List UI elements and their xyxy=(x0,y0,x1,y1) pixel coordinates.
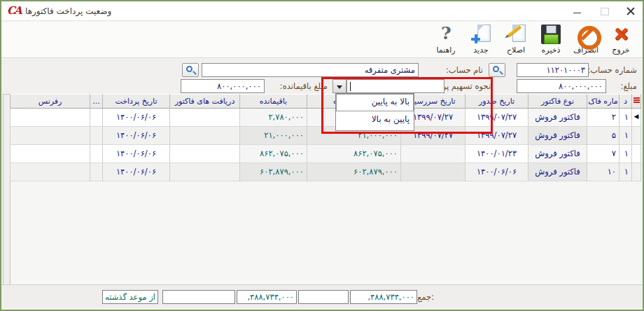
invoice-grid: د ماره فاک نوع فاکتور تاریخ صدور تاریخ س… xyxy=(10,94,641,181)
dropdown-option-bottom-to-top[interactable]: پایین به بالا xyxy=(336,111,414,129)
edit-icon xyxy=(506,25,526,44)
minimize-button[interactable] xyxy=(570,4,585,18)
column-header-invoice-receipts[interactable]: دریافت های فاکتور xyxy=(169,94,239,109)
empty-total-box xyxy=(298,290,349,304)
column-header-row-count[interactable]: د xyxy=(619,94,631,109)
app-window: CA وضعیت پرداخت فاکتورها خروج انصراف ذخی… xyxy=(0,0,644,311)
paid-total-box: ,۴۸۸,۷۳۴,۰۰۰ xyxy=(350,290,417,304)
new-button[interactable]: جدید xyxy=(463,24,498,57)
record-indicator-icon xyxy=(634,97,640,104)
remaining-total-box: ,۴۸۸,۷۳۴,۰۰۰ xyxy=(237,290,297,304)
search-icon xyxy=(493,66,499,72)
allocation-dropdown-button[interactable] xyxy=(332,79,346,93)
save-button-label: ذخیره xyxy=(542,46,561,55)
column-header-invoice-type[interactable]: نوع فاکتور xyxy=(528,94,587,109)
save-button[interactable]: ذخیره xyxy=(533,24,568,57)
allocation-dropdown-list: بالا به پایین پایین به بالا xyxy=(335,93,414,131)
account-number-search-button[interactable] xyxy=(489,63,505,77)
title-bar: CA وضعیت پرداخت فاکتورها xyxy=(1,1,643,21)
account-name-search-button[interactable] xyxy=(182,63,199,77)
allocation-method-combobox[interactable] xyxy=(346,79,444,93)
remaining-amount-field[interactable]: ۸۰۰,۰۰۰,۰۰۰ xyxy=(181,79,265,93)
new-button-label: جدید xyxy=(473,46,488,55)
window-controls xyxy=(570,1,638,21)
edit-button-label: اصلاح xyxy=(507,46,525,55)
table-row[interactable]: ۱ ۲ فاکتور فروش ۱۳۹۹/۰۷/۲۷ ۱۳۹۹/۰۷/۲۷ ۲,… xyxy=(10,109,641,127)
cancel-button[interactable]: انصراف xyxy=(568,24,603,57)
help-button[interactable]: راهنما xyxy=(428,24,463,57)
column-header-issue-date[interactable]: تاریخ صدور xyxy=(465,94,528,109)
maximize-button[interactable] xyxy=(596,4,612,18)
save-icon xyxy=(541,25,561,44)
column-header-invoice-number[interactable]: ماره فاک xyxy=(587,94,619,109)
totals-bar: جمع: ,۴۸۸,۷۳۴,۰۰۰ ,۴۸۸,۷۳۴,۰۰۰ از موعد گ… xyxy=(1,284,643,308)
grid-empty-area xyxy=(10,181,641,286)
exit-button-label: خروج xyxy=(612,46,629,55)
exit-icon xyxy=(611,25,631,44)
new-document-icon xyxy=(471,25,491,44)
account-name-field[interactable]: مشتری متفرقه xyxy=(202,63,419,77)
toolbar: خروج انصراف ذخیره اصلاح جدید راهنما xyxy=(1,22,643,58)
dropdown-option-top-to-bottom[interactable]: بالا به پایین xyxy=(336,94,414,111)
help-button-label: راهنما xyxy=(436,46,455,55)
grid-indicator-header[interactable] xyxy=(631,94,641,109)
overdue-status-box: از موعد گذشته xyxy=(102,290,158,304)
table-row[interactable]: ۱ ۱۰ فاکتور فروش ۱۴۰۰/۰۶/۰۶ ۶۰۲,۸۷۹,۰۰۰ … xyxy=(10,163,641,181)
current-row-arrow-icon xyxy=(634,111,639,120)
text-caret xyxy=(350,82,351,91)
help-icon xyxy=(436,25,456,44)
account-number-label: شماره حساب: xyxy=(587,65,637,75)
grid-header-row: د ماره فاک نوع فاکتور تاریخ صدور تاریخ س… xyxy=(10,94,641,109)
column-header-reference[interactable]: رفرنس xyxy=(10,94,90,109)
form-area: شماره حساب: ۱۱۲۰۱۰۰۰۳ نام حساب: مشتری مت… xyxy=(1,59,643,94)
amount-field[interactable]: ۸۰۰,۰۰۰,۰۰۰ xyxy=(517,79,606,93)
cancel-icon xyxy=(576,25,596,44)
app-logo-icon: CA xyxy=(7,4,21,17)
remaining-amount-label: مبلغ باقیمانده: xyxy=(280,81,328,91)
edit-button[interactable]: اصلاح xyxy=(498,24,533,57)
account-name-label: نام حساب: xyxy=(446,65,483,75)
column-header-remaining[interactable]: باقیمانده xyxy=(239,94,307,109)
total-label: جمع: xyxy=(417,292,434,302)
column-header-more[interactable]: ... xyxy=(90,94,102,109)
amount-label: مبلغ: xyxy=(621,81,637,91)
table-row[interactable]: ۱ ۵ فاکتور فروش ۱۳۹۹/۰۷/۲۷ ۱۳۹۹/۰۷/۲۷ ۲۱… xyxy=(10,127,641,145)
account-number-field[interactable]: ۱۱۲۰۱۰۰۰۳ xyxy=(517,63,589,77)
table-row[interactable]: ۱ ۷ فاکتور فروش ۱۴۰۰/۰۱/۲۳ ۸۶۲,۰۷۵,۰۰۰ ۸… xyxy=(10,145,641,163)
exit-button[interactable]: خروج xyxy=(603,24,638,57)
window-title: وضعیت پرداخت فاکتورها xyxy=(25,6,111,16)
search-icon xyxy=(186,66,192,72)
empty-total-box xyxy=(162,290,235,304)
column-header-payment-date[interactable]: تاریخ پرداخت xyxy=(102,94,169,109)
close-button[interactable] xyxy=(623,4,638,18)
